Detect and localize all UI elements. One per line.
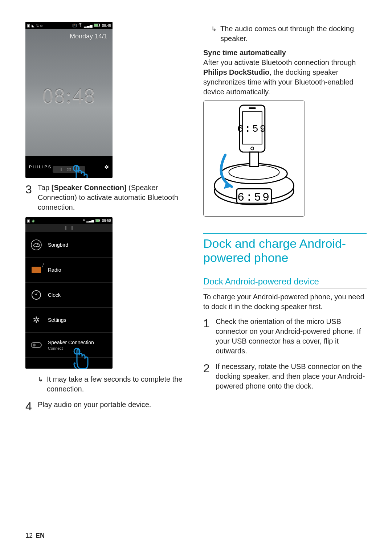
result-note: ↳ The audio comes out through the dockin…: [211, 24, 367, 44]
svg-rect-2: [99, 24, 100, 26]
svg-point-0: [80, 26, 81, 27]
menu-label: Settings: [48, 317, 66, 323]
menu-label: Songbird: [48, 242, 68, 248]
svg-rect-3: [94, 24, 98, 26]
status-bar: ▣ ◉ ³ᴳ ▂▃▅ 09:58: [25, 217, 113, 224]
svg-point-9: [37, 244, 38, 245]
right-column: ↳ The audio comes out through the dockin…: [203, 22, 367, 539]
manual-page: ▣ ◣ ⇅ ⎋ 📳 ▂▃▅ 08:48 Monday 14: [0, 0, 392, 554]
tap-gesture-icon: [69, 346, 91, 375]
checkbox-icon: ▣: [27, 219, 30, 223]
svg-rect-19: [250, 152, 258, 167]
sync-time-heading: Sync time automatically: [203, 49, 367, 57]
dock-sync-illustration: 6:59 6:59: [203, 100, 305, 217]
svg-point-18: [229, 165, 279, 180]
result-arrow-icon: ↳: [211, 24, 217, 34]
wifi-icon: [78, 23, 82, 28]
menu-item-songbird[interactable]: Songbird: [25, 233, 113, 258]
lockscreen-clock: 08:48: [25, 83, 113, 108]
menu-label: Radio: [48, 267, 61, 273]
step-3: 3 Tap [Speaker Connection] (Speaker Conn…: [25, 183, 189, 212]
svg-point-8: [31, 240, 41, 250]
menu-item-radio[interactable]: Radio: [25, 258, 113, 283]
brand-logo: PHILIPS: [29, 165, 52, 169]
radio-icon: [30, 263, 43, 276]
phone-time-display: 6:59: [237, 123, 268, 135]
result-arrow-icon: ↳: [38, 374, 43, 384]
step-4: 4 Play audio on your portable device.: [25, 400, 189, 412]
lockscreen-date: Monday 14/1: [70, 33, 107, 40]
gear-icon: ✲: [104, 164, 109, 171]
status-bar: ▣ ◣ ⇅ ⎋ 📳 ▂▃▅ 08:48: [25, 22, 113, 29]
battery-icon: [94, 24, 101, 28]
svg-rect-7: [96, 219, 99, 222]
step-number: 1: [203, 317, 211, 329]
step-text: Check the orientation of the micro USB c…: [216, 317, 367, 356]
vibrate-icon: 📳: [72, 24, 77, 28]
sync-time-body: After you activate Bluetooth connection …: [203, 58, 367, 97]
dock-time-display: 6:59: [237, 191, 271, 204]
songbird-icon: [30, 238, 43, 251]
notification-icon: ⎋: [40, 24, 42, 28]
step-2: 2 If necessary, rotate the USB connector…: [203, 362, 367, 391]
svg-rect-14: [249, 107, 256, 109]
tap-gesture-icon: [68, 163, 90, 178]
subsection-heading-dock-device: Dock Android-powered device: [203, 276, 367, 288]
step-number: 4: [25, 400, 33, 412]
gear-icon: ✲: [30, 313, 43, 327]
section-heading-dock-charge: Dock and charge Android-powered phone: [203, 233, 367, 265]
app-icon: ◣: [32, 24, 34, 28]
status-clock: 09:58: [102, 219, 111, 223]
phone-menu-illustration: ▣ ◉ ³ᴳ ▂▃▅ 09:58: [25, 217, 113, 369]
clock-icon: [30, 288, 43, 301]
page-footer: 12 EN: [25, 532, 45, 539]
step-number: 2: [203, 362, 211, 374]
battery-icon: [95, 219, 101, 223]
top-dock-strip: [25, 224, 113, 232]
step-1: 1 Check the orientation of the micro USB…: [203, 317, 367, 356]
app-icon: ◉: [32, 219, 35, 223]
menu-item-settings[interactable]: ✲ Settings: [25, 308, 113, 333]
phone-lockscreen-illustration: ▣ ◣ ⇅ ⎋ 📳 ▂▃▅ 08:48 Monday 14: [25, 22, 113, 178]
left-column: ▣ ◣ ⇅ ⎋ 📳 ▂▃▅ 08:48 Monday 14: [25, 22, 189, 539]
intro-paragraph: To charge your Android-powered phone, yo…: [203, 292, 367, 312]
step-text: Tap [Speaker Connection] (Speaker Connec…: [38, 183, 189, 212]
result-note: ↳ It may take a few seconds to complete …: [38, 374, 189, 394]
status-clock: 08:48: [102, 24, 111, 28]
step-text: If necessary, rotate the USB connector o…: [216, 362, 367, 391]
menu-item-clock[interactable]: Clock: [25, 283, 113, 308]
menu-label: Clock: [48, 292, 61, 298]
signal-icon: ▂▃▅: [84, 24, 93, 28]
sync-icon: ⇅: [36, 24, 39, 28]
step-text: Play audio on your portable device.: [38, 400, 189, 410]
signal-3g-icon: ³ᴳ ▂▃▅: [83, 219, 94, 222]
language-code: EN: [36, 532, 45, 539]
checkbox-icon: ▣: [27, 24, 30, 28]
svg-rect-6: [99, 220, 100, 221]
step-number: 3: [25, 183, 33, 195]
speaker-icon: [30, 338, 43, 352]
page-number: 12: [25, 532, 33, 539]
